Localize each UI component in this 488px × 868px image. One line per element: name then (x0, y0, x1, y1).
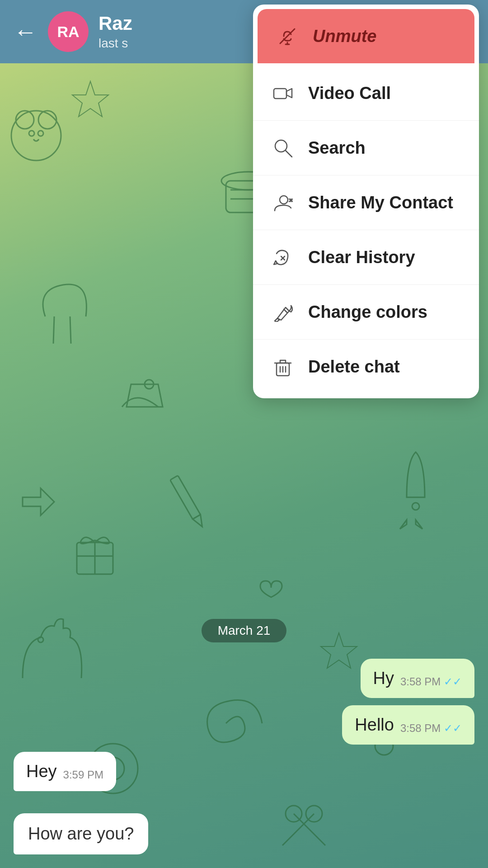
menu-item-delete-chat[interactable]: Delete chat (253, 340, 479, 394)
search-icon (271, 136, 295, 160)
menu-item-delete-chat-label: Delete chat (308, 357, 400, 377)
partial-message-area: How are you? (14, 813, 474, 854)
message-bubble-sent: Hello 3:58 PM ✓✓ (342, 705, 474, 745)
menu-item-clear-history[interactable]: Clear History (253, 230, 479, 285)
menu-item-change-colors[interactable]: Change colors (253, 285, 479, 340)
svg-line-59 (284, 309, 287, 313)
change-colors-icon (271, 300, 295, 324)
svg-line-52 (286, 151, 292, 157)
context-menu: Unmute Video Call Search (253, 5, 479, 398)
back-button[interactable]: ← (14, 18, 37, 45)
menu-item-share-contact[interactable]: Share My Contact (253, 175, 479, 230)
menu-item-change-colors-label: Change colors (308, 302, 427, 322)
message-bubble-sent: Hy 3:58 PM ✓✓ (361, 659, 475, 698)
delete-chat-icon (271, 355, 295, 378)
message-text: Hy (373, 669, 394, 688)
menu-item-search[interactable]: Search (253, 121, 479, 175)
avatar: RA (48, 11, 89, 52)
partial-message-bubble: How are you? (14, 813, 148, 854)
menu-item-video-call[interactable]: Video Call (253, 66, 479, 121)
video-call-icon (271, 81, 295, 105)
message-text: Hello (355, 715, 394, 735)
menu-item-clear-history-label: Clear History (308, 248, 415, 267)
message-text: Hey (26, 762, 57, 781)
message-row: Hy 3:58 PM ✓✓ (14, 659, 474, 698)
message-time: 3:58 PM ✓✓ (400, 722, 462, 735)
svg-point-53 (280, 196, 288, 204)
message-bubble-received: Hey 3:59 PM (14, 752, 116, 791)
unmute-icon (276, 24, 299, 48)
share-contact-icon (271, 191, 295, 214)
menu-item-search-label: Search (308, 138, 366, 158)
menu-items-list: Video Call Search (253, 63, 479, 398)
messages-container: Hy 3:58 PM ✓✓ Hello 3:58 PM ✓✓ Hey 3:59 … (14, 659, 474, 791)
date-badge: March 21 (202, 619, 287, 642)
clear-history-icon (271, 245, 295, 269)
menu-item-unmute-label: Unmute (313, 27, 376, 46)
partial-message-text: How are you? (28, 824, 134, 843)
menu-item-unmute[interactable]: Unmute (258, 9, 474, 63)
message-time: 3:58 PM ✓✓ (400, 675, 462, 688)
menu-item-video-call-label: Video Call (308, 84, 391, 103)
menu-item-share-contact-label: Share My Contact (308, 193, 453, 212)
svg-rect-50 (274, 89, 286, 99)
message-row: Hey 3:59 PM (14, 752, 474, 791)
message-time: 3:59 PM (63, 769, 103, 781)
svg-point-51 (275, 140, 287, 152)
message-row: Hello 3:58 PM ✓✓ (14, 705, 474, 745)
